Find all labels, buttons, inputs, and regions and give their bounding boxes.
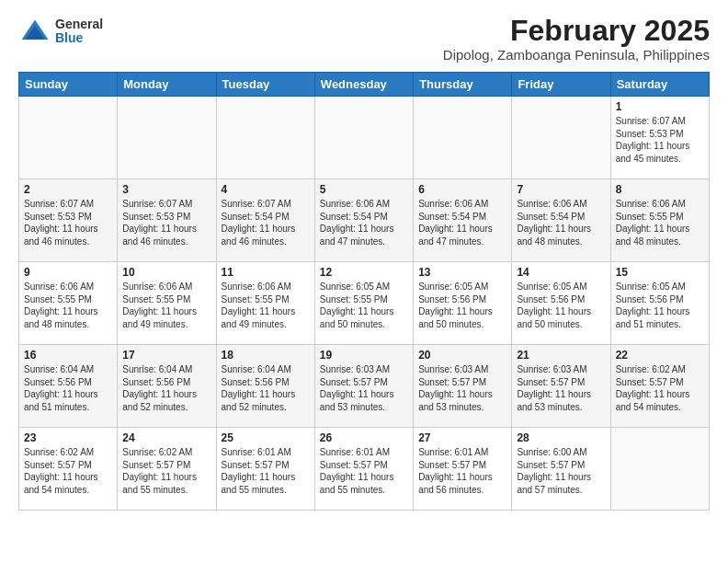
- calendar-header-row: SundayMondayTuesdayWednesdayThursdayFrid…: [19, 73, 710, 97]
- day-number: 6: [418, 183, 506, 196]
- day-info: Sunrise: 6:02 AMSunset: 5:57 PMDaylight:…: [616, 363, 704, 413]
- calendar-title: February 2025: [443, 15, 710, 47]
- day-number: 17: [122, 349, 210, 362]
- day-info: Sunrise: 6:03 AMSunset: 5:57 PMDaylight:…: [320, 363, 408, 413]
- day-info: Sunrise: 6:04 AMSunset: 5:56 PMDaylight:…: [24, 363, 112, 413]
- day-number: 7: [517, 183, 605, 196]
- day-cell: 9Sunrise: 6:06 AMSunset: 5:55 PMDaylight…: [19, 262, 118, 345]
- day-cell: [19, 97, 118, 179]
- day-cell: 19Sunrise: 6:03 AMSunset: 5:57 PMDayligh…: [314, 345, 413, 428]
- day-info: Sunrise: 6:01 AMSunset: 5:57 PMDaylight:…: [320, 446, 408, 496]
- day-info: Sunrise: 6:04 AMSunset: 5:56 PMDaylight:…: [122, 363, 210, 413]
- day-info: Sunrise: 6:01 AMSunset: 5:57 PMDaylight:…: [222, 446, 310, 496]
- day-number: 9: [24, 266, 112, 279]
- day-number: 28: [517, 431, 605, 444]
- day-info: Sunrise: 6:05 AMSunset: 5:55 PMDaylight:…: [320, 281, 408, 330]
- day-number: 11: [222, 266, 310, 279]
- week-row-2: 2Sunrise: 6:07 AMSunset: 5:53 PMDaylight…: [19, 179, 710, 262]
- day-cell: 23Sunrise: 6:02 AMSunset: 5:57 PMDayligh…: [19, 428, 118, 511]
- day-cell: 28Sunrise: 6:00 AMSunset: 5:57 PMDayligh…: [512, 428, 610, 511]
- title-area: February 2025 Dipolog, Zamboanga Peninsu…: [443, 15, 710, 63]
- logo-general: General: [55, 17, 103, 31]
- day-cell: [118, 97, 216, 179]
- day-cell: [216, 97, 314, 179]
- day-number: 18: [222, 349, 310, 362]
- calendar-table: SundayMondayTuesdayWednesdayThursdayFrid…: [18, 72, 710, 511]
- day-cell: [610, 428, 709, 511]
- day-info: Sunrise: 6:01 AMSunset: 5:57 PMDaylight:…: [418, 446, 506, 496]
- day-cell: [314, 97, 413, 179]
- day-number: 8: [616, 183, 704, 196]
- day-cell: 16Sunrise: 6:04 AMSunset: 5:56 PMDayligh…: [19, 345, 118, 428]
- day-cell: 20Sunrise: 6:03 AMSunset: 5:57 PMDayligh…: [414, 345, 512, 428]
- day-cell: 18Sunrise: 6:04 AMSunset: 5:56 PMDayligh…: [216, 345, 314, 428]
- day-cell: 14Sunrise: 6:05 AMSunset: 5:56 PMDayligh…: [512, 262, 610, 345]
- day-info: Sunrise: 6:06 AMSunset: 5:54 PMDaylight:…: [517, 198, 605, 247]
- day-cell: 11Sunrise: 6:06 AMSunset: 5:55 PMDayligh…: [216, 262, 314, 345]
- page: General Blue February 2025 Dipolog, Zamb…: [0, 0, 728, 525]
- day-number: 10: [122, 266, 210, 279]
- day-number: 5: [320, 183, 408, 196]
- day-cell: 10Sunrise: 6:06 AMSunset: 5:55 PMDayligh…: [118, 262, 216, 345]
- day-cell: 13Sunrise: 6:05 AMSunset: 5:56 PMDayligh…: [414, 262, 512, 345]
- day-cell: 4Sunrise: 6:07 AMSunset: 5:54 PMDaylight…: [216, 179, 314, 262]
- col-header-friday: Friday: [512, 73, 610, 97]
- day-info: Sunrise: 6:06 AMSunset: 5:54 PMDaylight:…: [418, 198, 506, 247]
- day-info: Sunrise: 6:07 AMSunset: 5:54 PMDaylight:…: [222, 198, 310, 247]
- day-number: 2: [24, 183, 112, 196]
- day-number: 1: [616, 100, 704, 113]
- day-number: 3: [122, 183, 210, 196]
- day-info: Sunrise: 6:03 AMSunset: 5:57 PMDaylight:…: [418, 363, 506, 413]
- col-header-saturday: Saturday: [610, 73, 709, 97]
- day-cell: 22Sunrise: 6:02 AMSunset: 5:57 PMDayligh…: [610, 345, 709, 428]
- col-header-monday: Monday: [118, 73, 216, 97]
- day-number: 13: [418, 266, 506, 279]
- day-info: Sunrise: 6:06 AMSunset: 5:55 PMDaylight:…: [616, 198, 704, 247]
- logo-text: General Blue: [55, 17, 103, 46]
- day-number: 26: [320, 431, 408, 444]
- day-cell: 25Sunrise: 6:01 AMSunset: 5:57 PMDayligh…: [216, 428, 314, 511]
- day-info: Sunrise: 6:05 AMSunset: 5:56 PMDaylight:…: [517, 281, 605, 330]
- day-number: 27: [418, 431, 506, 444]
- day-cell: [512, 97, 610, 179]
- day-info: Sunrise: 6:02 AMSunset: 5:57 PMDaylight:…: [24, 446, 112, 496]
- header: General Blue February 2025 Dipolog, Zamb…: [18, 15, 710, 63]
- day-cell: 8Sunrise: 6:06 AMSunset: 5:55 PMDaylight…: [610, 179, 709, 262]
- day-cell: 7Sunrise: 6:06 AMSunset: 5:54 PMDaylight…: [512, 179, 610, 262]
- day-number: 20: [418, 349, 506, 362]
- week-row-1: 1Sunrise: 6:07 AMSunset: 5:53 PMDaylight…: [19, 97, 710, 179]
- day-info: Sunrise: 6:07 AMSunset: 5:53 PMDaylight:…: [24, 198, 112, 247]
- day-number: 25: [222, 431, 310, 444]
- day-number: 19: [320, 349, 408, 362]
- day-cell: 5Sunrise: 6:06 AMSunset: 5:54 PMDaylight…: [314, 179, 413, 262]
- day-number: 4: [222, 183, 310, 196]
- day-number: 22: [616, 349, 704, 362]
- day-number: 24: [122, 431, 210, 444]
- day-info: Sunrise: 6:04 AMSunset: 5:56 PMDaylight:…: [222, 363, 310, 413]
- day-cell: 27Sunrise: 6:01 AMSunset: 5:57 PMDayligh…: [414, 428, 512, 511]
- day-cell: 24Sunrise: 6:02 AMSunset: 5:57 PMDayligh…: [118, 428, 216, 511]
- day-number: 15: [616, 266, 704, 279]
- day-info: Sunrise: 6:06 AMSunset: 5:54 PMDaylight:…: [320, 198, 408, 247]
- day-number: 14: [517, 266, 605, 279]
- col-header-wednesday: Wednesday: [314, 73, 413, 97]
- day-cell: 1Sunrise: 6:07 AMSunset: 5:53 PMDaylight…: [610, 97, 709, 179]
- day-cell: 2Sunrise: 6:07 AMSunset: 5:53 PMDaylight…: [19, 179, 118, 262]
- day-cell: 12Sunrise: 6:05 AMSunset: 5:55 PMDayligh…: [314, 262, 413, 345]
- week-row-3: 9Sunrise: 6:06 AMSunset: 5:55 PMDaylight…: [19, 262, 710, 345]
- day-cell: 3Sunrise: 6:07 AMSunset: 5:53 PMDaylight…: [118, 179, 216, 262]
- day-cell: 15Sunrise: 6:05 AMSunset: 5:56 PMDayligh…: [610, 262, 709, 345]
- day-number: 21: [517, 349, 605, 362]
- day-info: Sunrise: 6:07 AMSunset: 5:53 PMDaylight:…: [122, 198, 210, 247]
- day-cell: 21Sunrise: 6:03 AMSunset: 5:57 PMDayligh…: [512, 345, 610, 428]
- day-number: 16: [24, 349, 112, 362]
- day-cell: 17Sunrise: 6:04 AMSunset: 5:56 PMDayligh…: [118, 345, 216, 428]
- day-info: Sunrise: 6:00 AMSunset: 5:57 PMDaylight:…: [517, 446, 605, 496]
- logo-blue: Blue: [55, 31, 103, 45]
- day-cell: [414, 97, 512, 179]
- day-cell: 26Sunrise: 6:01 AMSunset: 5:57 PMDayligh…: [314, 428, 413, 511]
- day-info: Sunrise: 6:06 AMSunset: 5:55 PMDaylight:…: [24, 281, 112, 330]
- col-header-tuesday: Tuesday: [216, 73, 314, 97]
- day-info: Sunrise: 6:07 AMSunset: 5:53 PMDaylight:…: [616, 115, 704, 165]
- day-info: Sunrise: 6:06 AMSunset: 5:55 PMDaylight:…: [222, 281, 310, 330]
